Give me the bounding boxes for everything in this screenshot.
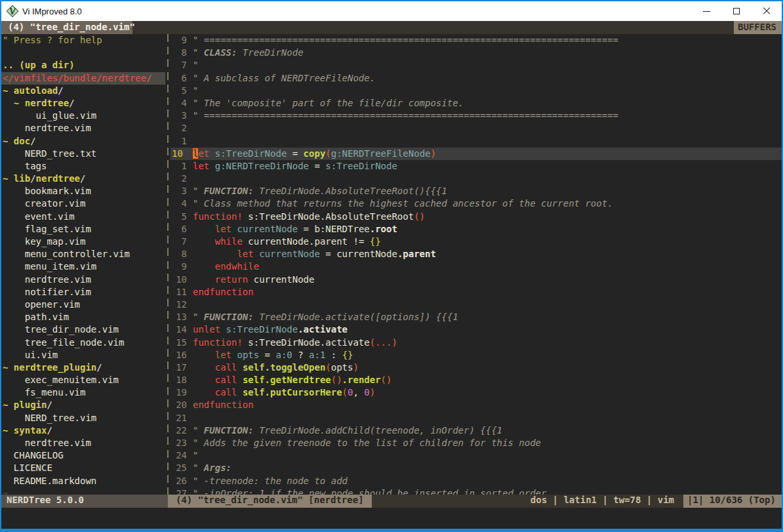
code-line[interactable]: 6" A subclass of NERDTreeFileNode. (171, 72, 782, 85)
code-token (220, 324, 226, 335)
tree-file[interactable]: NERD_tree.vim (1, 412, 165, 424)
code-line[interactable]: 8 let currentNode = currentNode.parent (171, 248, 782, 260)
code-line[interactable]: 8" CLASS: TreeDirNode (171, 47, 782, 59)
code-token: = (287, 148, 303, 159)
code-line[interactable]: 17 call self.toggleOpen(opts) (171, 361, 782, 374)
tree-file[interactable]: opener.vim (1, 298, 165, 311)
tree-file[interactable]: notifier.vim (1, 286, 165, 298)
tree-file[interactable]: nerdtree.vim (1, 437, 165, 449)
command-line[interactable] (1, 508, 782, 530)
tree-file[interactable]: ui_glue.vim (1, 110, 165, 122)
code-line[interactable]: 25" Args: (171, 462, 782, 474)
code-line[interactable]: 10 return currentNode (171, 274, 782, 286)
code-token: exec_menuitem.vim (3, 375, 119, 385)
tree-file[interactable]: event.vim (1, 211, 165, 223)
code-line[interactable]: 20endfunction (171, 399, 782, 411)
code-line[interactable]: 1let g:NERDTreeDirNode = s:TreeDirNode (171, 160, 782, 173)
code-line[interactable]: 16 let opts = a:0 ? a:1 : {} (171, 349, 782, 361)
tree-file[interactable]: nerdtree.vim (1, 274, 165, 286)
code-line[interactable]: 14unlet s:TreeDirNode.activate (171, 323, 782, 336)
code-line[interactable]: 18 call self.getNerdtree().render() (171, 374, 782, 386)
code-line[interactable]: 7" (171, 59, 782, 72)
code-token (193, 261, 215, 272)
code-line[interactable]: 27" -inOrder: 1 if the new node should b… (171, 487, 782, 495)
tree-dir[interactable]: ~ nerdtree_plugin/ (1, 361, 165, 374)
code-line[interactable]: 11endfunction (171, 286, 782, 298)
code-line[interactable]: 2 (171, 122, 782, 134)
tree-file[interactable]: path.vim (1, 311, 165, 323)
line-number: 11 (171, 286, 193, 298)
line-number: 8 (171, 248, 193, 260)
tree-dir[interactable]: ~ autoload/ (1, 85, 165, 97)
code-token: call (215, 375, 237, 385)
code-line[interactable]: 15function! s:TreeDirNode.activate(...) (171, 337, 782, 349)
tree-file[interactable]: NERD_tree.txt (1, 148, 165, 160)
code-token: " Press ? for help (3, 35, 102, 45)
tree-dir[interactable]: ~ plugin/ (1, 399, 165, 411)
code-line-current[interactable]: 10let s:TreeDirNode = copy(g:NERDTreeFil… (171, 148, 782, 160)
code-line[interactable]: 5function! s:TreeDirNode.AbsoluteTreeRoo… (171, 211, 782, 223)
code-line[interactable]: 4" The 'composite' part of the file/dir … (171, 97, 782, 110)
code-line[interactable]: 23" Adds the given treenode to the list … (171, 437, 782, 449)
code-line[interactable]: 2 (171, 173, 782, 185)
code-line[interactable]: 9 endwhile (171, 260, 782, 273)
tree-file[interactable]: key_map.vim (1, 235, 165, 248)
code-token: " -inOrder: 1 if the new node should be … (193, 488, 546, 495)
tree-root-path[interactable]: </vimfiles/bundle/nerdtree/ (1, 72, 165, 85)
tree-dir[interactable]: ~ lib/nerdtree/ (1, 173, 165, 185)
tree-dir[interactable]: ~ syntax/ (1, 424, 165, 437)
code-line-content: " (193, 85, 782, 97)
tree-file[interactable]: creator.vim (1, 197, 165, 210)
tree-file[interactable]: tree_file_node.vim (1, 337, 165, 349)
code-line[interactable]: 3" FUNCTION: TreeDirNode.AbsoluteTreeRoo… (171, 185, 782, 197)
code-line[interactable]: 21 (171, 412, 782, 424)
code-line[interactable]: 24" (171, 449, 782, 462)
close-button[interactable] (752, 1, 782, 21)
tree-up-a-dir[interactable]: .. (up a dir) (1, 59, 165, 72)
tree-file[interactable]: bookmark.vim (1, 185, 165, 197)
tree-file[interactable]: CHANGELOG (1, 449, 165, 462)
code-line-content: " ======================================… (193, 34, 782, 47)
tree-file[interactable]: nerdtree.vim (1, 122, 165, 134)
code-token: creator.vim (3, 198, 85, 209)
tree-file[interactable]: tree_dir_node.vim (1, 323, 165, 336)
code-line[interactable]: 3" =====================================… (171, 110, 782, 122)
tree-dir[interactable]: ~ doc/ (1, 135, 165, 148)
code-token (193, 362, 215, 373)
tree-help-line[interactable]: " Press ? for help (1, 34, 165, 47)
tree-file[interactable]: tags (1, 160, 165, 173)
tree-file[interactable]: LICENCE (1, 462, 165, 474)
tree-dir[interactable]: ~ nerdtree/ (1, 97, 165, 110)
code-line[interactable]: 13" FUNCTION: TreeDirNode.activate([opti… (171, 311, 782, 323)
vertical-split-divider[interactable] (165, 34, 171, 495)
code-line-content: " Args: (193, 462, 782, 474)
code-token: ( (342, 387, 348, 398)
code-line[interactable]: 26" -treenode: the node to add (171, 475, 782, 487)
code-line[interactable]: 6 let currentNode = b:NERDTree.root (171, 223, 782, 235)
code-line[interactable]: 1 (171, 135, 782, 148)
tab-active-buffer[interactable]: (4) "tree_dir_node.vim" (1, 21, 132, 34)
code-line-content: call self.toggleOpen(opts) (193, 361, 782, 374)
tree-file[interactable]: ui.vim (1, 349, 165, 361)
code-line[interactable]: 19 call self.putCursorHere(0, 0) (171, 386, 782, 399)
code-token: README.markdown (3, 476, 96, 486)
code-line[interactable]: 7 while currentNode.parent != {} (171, 235, 782, 248)
tree-nontext-tilde[interactable]: ~ (1, 487, 165, 495)
tree-file[interactable]: exec_menuitem.vim (1, 374, 165, 386)
minimize-button[interactable] (691, 1, 721, 21)
buffers-menu-tab[interactable]: BUFFERS (734, 21, 782, 34)
code-line[interactable]: 12 (171, 298, 782, 311)
code-line[interactable]: 5" (171, 85, 782, 97)
tree-file[interactable]: menu_controller.vim (1, 248, 165, 260)
code-line[interactable]: 9" =====================================… (171, 34, 782, 47)
tree-file[interactable]: flag_set.vim (1, 223, 165, 235)
code-line[interactable]: 4" Class method that returns the highest… (171, 197, 782, 210)
maximize-button[interactable] (721, 1, 752, 21)
code-line[interactable]: 22" FUNCTION: TreeDirNode.addChild(treen… (171, 424, 782, 437)
title-bar: Vi IMproved 8.0 (1, 1, 782, 21)
code-token: nerdtree.vim (3, 274, 91, 285)
tree-file[interactable]: fs_menu.vim (1, 386, 165, 399)
tree-file[interactable]: README.markdown (1, 475, 165, 487)
tree-file[interactable]: menu_item.vim (1, 260, 165, 273)
code-line-content (193, 122, 782, 134)
